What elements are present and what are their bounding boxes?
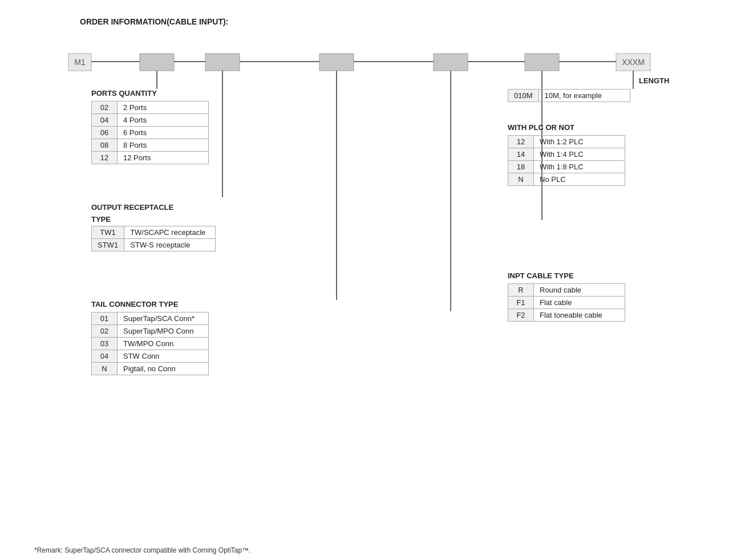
table-cell-code: 12 — [92, 152, 118, 164]
table-cell-desc: 2 Ports — [118, 102, 209, 114]
remark-text: *Remark: SuperTap/SCA connector compatib… — [34, 546, 251, 554]
table-cell-code: N — [92, 363, 118, 375]
svg-rect-14 — [616, 54, 650, 71]
page-title: ORDER INFORMATION(CABLE INPUT): — [80, 17, 719, 26]
svg-text:XXXM: XXXM — [622, 58, 645, 67]
table-cell-desc: TW/SCAPC receptacle — [124, 226, 216, 239]
table-cell-desc: With 1:8 PLC — [534, 161, 625, 173]
table-cell-code: 12 — [508, 136, 534, 148]
ports-quantity-table: 022 Ports044 Ports066 Ports088 Ports1212… — [91, 101, 209, 164]
table-cell-desc: SuperTap/SCA Conn* — [118, 313, 209, 325]
table-cell-code: 08 — [92, 139, 118, 152]
table-row: NNo PLC — [508, 173, 625, 186]
svg-rect-9 — [525, 54, 559, 71]
table-row: NPigtail, no Conn — [92, 363, 209, 375]
table-row: 12With 1:2 PLC — [508, 136, 625, 148]
table-cell-desc: With 1:2 PLC — [534, 136, 625, 148]
table-row: RRound cable — [508, 284, 625, 297]
svg-text:LENGTH: LENGTH — [639, 76, 669, 85]
table-row: 02SuperTap/MPO Conn — [92, 325, 209, 338]
cable-type-section: INPT CABLE TYPE RRound cableF1Flat cable… — [508, 271, 625, 322]
output-receptacle-subtitle: TYPE — [91, 215, 216, 224]
table-cell-code: F2 — [508, 309, 534, 322]
svg-rect-3 — [205, 54, 240, 71]
table-cell-code: 03 — [92, 338, 118, 350]
table-cell-code: 18 — [508, 161, 534, 173]
table-cell-code: 04 — [92, 350, 118, 363]
svg-rect-1 — [140, 54, 174, 71]
svg-rect-5 — [319, 54, 354, 71]
table-cell-desc: Pigtail, no Conn — [118, 363, 209, 375]
table-cell-code: 06 — [92, 127, 118, 139]
cable-type-title: INPT CABLE TYPE — [508, 271, 625, 280]
table-cell-code: 14 — [508, 148, 534, 161]
plc-section: WITH PLC OR NOT 12With 1:2 PLC14With 1:4… — [508, 123, 625, 186]
table-cell-code: STW1 — [92, 239, 124, 251]
table-cell-code: 010M — [508, 90, 539, 102]
table-cell-code: R — [508, 284, 534, 297]
ports-quantity-section: PORTS QUANTITY 022 Ports044 Ports066 Por… — [91, 89, 209, 164]
table-row: 18With 1:8 PLC — [508, 161, 625, 173]
table-row: TW1TW/SCAPC receptacle — [92, 226, 216, 239]
table-cell-desc: STW-S receptacle — [124, 239, 216, 251]
table-cell-desc: 8 Ports — [118, 139, 209, 152]
cable-type-table: RRound cableF1Flat cableF2Flat toneable … — [508, 283, 625, 322]
output-receptacle-title: OUTPUT RECEPTACLE — [91, 203, 216, 212]
output-receptacle-section: OUTPUT RECEPTACLE TYPE TW1TW/SCAPC recep… — [91, 203, 216, 251]
table-cell-desc: 10M, for example — [539, 90, 630, 102]
table-cell-code: N — [508, 173, 534, 186]
table-cell-code: TW1 — [92, 226, 124, 239]
table-row: 1212 Ports — [92, 152, 209, 164]
table-cell-code: 04 — [92, 114, 118, 127]
tail-connector-table: 01SuperTap/SCA Conn*02SuperTap/MPO Conn0… — [91, 312, 209, 375]
table-row: 010M10M, for example — [508, 90, 630, 102]
table-row: 03TW/MPO Conn — [92, 338, 209, 350]
table-cell-desc: SuperTap/MPO Conn — [118, 325, 209, 338]
plc-table: 12With 1:2 PLC14With 1:4 PLC18With 1:8 P… — [508, 135, 625, 186]
length-table: 010M10M, for example — [508, 89, 630, 102]
tail-connector-section: TAIL CONNECTOR TYPE 01SuperTap/SCA Conn*… — [91, 300, 209, 375]
table-cell-desc: 4 Ports — [118, 114, 209, 127]
table-cell-desc: STW Conn — [118, 350, 209, 363]
tail-connector-title: TAIL CONNECTOR TYPE — [91, 300, 209, 309]
table-cell-desc: Round cable — [534, 284, 625, 297]
table-cell-desc: 6 Ports — [118, 127, 209, 139]
table-row: 01SuperTap/SCA Conn* — [92, 313, 209, 325]
table-row: STW1STW-S receptacle — [92, 239, 216, 251]
table-cell-desc: With 1:4 PLC — [534, 148, 625, 161]
table-row: F2Flat toneable cable — [508, 309, 625, 322]
table-row: 14With 1:4 PLC — [508, 148, 625, 161]
table-cell-desc: No PLC — [534, 173, 625, 186]
length-section: 010M10M, for example — [508, 89, 630, 102]
table-cell-desc: Flat toneable cable — [534, 309, 625, 322]
table-row: 022 Ports — [92, 102, 209, 114]
table-cell-code: F1 — [508, 297, 534, 309]
svg-text:M1: M1 — [74, 58, 86, 67]
table-cell-code: 02 — [92, 325, 118, 338]
svg-rect-7 — [434, 54, 468, 71]
table-cell-desc: TW/MPO Conn — [118, 338, 209, 350]
table-row: 04STW Conn — [92, 350, 209, 363]
table-row: F1Flat cable — [508, 297, 625, 309]
table-cell-code: 02 — [92, 102, 118, 114]
table-row: 066 Ports — [92, 127, 209, 139]
output-receptacle-table: TW1TW/SCAPC receptacleSTW1STW-S receptac… — [91, 226, 216, 251]
ports-quantity-title: PORTS QUANTITY — [91, 89, 209, 98]
table-row: 044 Ports — [92, 114, 209, 127]
table-row: 088 Ports — [92, 139, 209, 152]
table-cell-desc: Flat cable — [534, 297, 625, 309]
svg-rect-11 — [68, 54, 91, 71]
table-cell-code: 01 — [92, 313, 118, 325]
plc-title: WITH PLC OR NOT — [508, 123, 625, 132]
table-cell-desc: 12 Ports — [118, 152, 209, 164]
